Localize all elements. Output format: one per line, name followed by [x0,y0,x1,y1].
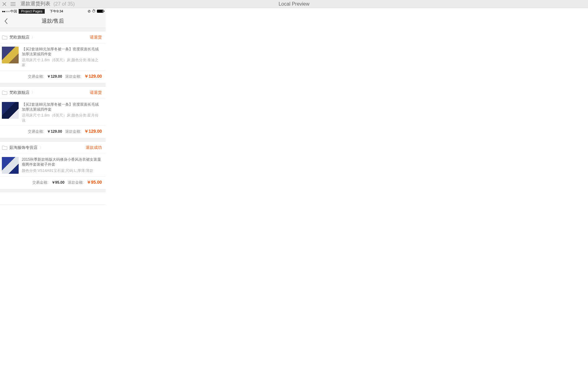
refund-status: 请退货 [90,35,102,40]
status-bar: ●●○○○ 中国 Project Pages 下午9:34 ⊘ ⏱ [0,8,106,14]
product-info: 【买2套送88元加厚冬被一条】密度双面长毛绒加厚法莱绒四件套适用床尺寸:1.8m… [22,47,102,68]
mobile-preview: ●●○○○ 中国 Project Pages 下午9:34 ⊘ ⏱ 退款/售后 … [0,8,106,205]
nav-bar: 退款/售后 [0,14,106,28]
page-title: 退款/售后 [42,17,64,25]
alarm-icon: ⏱ [92,9,96,13]
section-gap [0,28,106,31]
transaction-amount-value: ￥129.00 [47,129,62,134]
product-info: 【买2套送88元加厚冬被一条】密度双面长毛绒加厚法莱绒四件套适用床尺寸:1.8m… [22,102,102,123]
signal-icon: ●●○○○ [2,10,10,13]
hamburger-icon [11,2,16,6]
refund-amount-label: 退款金额: [65,129,81,134]
transaction-amount-label: 交易金额: [32,180,48,185]
status-time: 下午9:34 [50,9,63,14]
price-summary-row: 交易金额:￥129.00退款金额:￥129.00 [0,126,106,138]
chevron-right-icon: 〉 [31,35,35,40]
product-title: 【买2套送88元加厚冬被一条】密度双面长毛绒加厚法莱绒四件套 [22,47,102,57]
carrier-label: 中国 [10,9,17,14]
transaction-amount-label: 交易金额: [28,74,44,79]
menu-button[interactable] [9,0,17,8]
transaction-amount-value: ￥129.00 [47,74,62,79]
order-item-row[interactable]: 2015秋季新款韩版大码修身小香风连衣裙女装显瘦两件套装裙子外套颜色分类:VS1… [0,154,106,177]
close-button[interactable] [0,0,9,8]
product-spec: 颜色分类:VS14A91宝石蓝;尺码:L;厚薄:薄款 [22,168,102,173]
list-tail [0,192,106,205]
store-name: 梵欧旗舰店 [9,35,30,40]
store-row[interactable]: 茹淘服饰专营店〉退款成功 [0,142,106,154]
refund-order-list: 梵欧旗舰店〉请退货【买2套送88元加厚冬被一条】密度双面长毛绒加厚法莱绒四件套适… [0,31,106,189]
local-preview-label: Local Preview [279,1,310,7]
chevron-left-icon [4,18,8,24]
order-item-row[interactable]: 【买2套送88元加厚冬被一条】密度双面长毛绒加厚法莱绒四件套适用床尺寸:1.8m… [0,44,106,71]
store-folder-icon [2,90,7,95]
product-title: 【买2套送88元加厚冬被一条】密度双面长毛绒加厚法莱绒四件套 [22,102,102,112]
refund-amount-label: 退款金额: [68,180,84,185]
battery-icon [97,10,104,13]
product-thumbnail [2,102,19,119]
editor-page-title: 退款退货列表 [21,1,50,7]
lock-rotation-icon: ⊘ [88,9,91,13]
price-summary-row: 交易金额:￥129.00退款金额:￥129.00 [0,71,106,83]
product-spec: 适用床尺寸:1.8m（6英尺）床;颜色分类:星月传说 [22,113,102,123]
refund-order-card: 梵欧旗舰店〉请退货【买2套送88元加厚冬被一条】密度双面长毛绒加厚法莱绒四件套适… [0,31,106,83]
store-row[interactable]: 梵欧旗舰店〉请退货 [0,87,106,99]
refund-status: 请退货 [90,90,102,95]
product-info: 2015秋季新款韩版大码修身小香风连衣裙女装显瘦两件套装裙子外套颜色分类:VS1… [22,157,102,174]
store-name: 茹淘服饰专营店 [9,145,38,150]
chevron-right-icon: 〉 [31,90,35,95]
editor-page-counter: (27 of 35) [53,1,75,7]
store-row[interactable]: 梵欧旗舰店〉请退货 [0,31,106,44]
store-folder-icon [2,145,7,150]
close-icon [2,2,6,6]
product-thumbnail [2,47,19,63]
refund-amount-label: 退款金额: [65,74,81,79]
product-title: 2015秋季新款韩版大码修身小香风连衣裙女装显瘦两件套装裙子外套 [22,157,102,167]
store-name: 梵欧旗舰店 [9,90,30,95]
refund-status: 退款成功 [86,145,102,150]
refund-amount-value: ￥95.00 [87,180,102,185]
store-folder-icon [2,35,7,39]
refund-order-card: 茹淘服饰专营店〉退款成功2015秋季新款韩版大码修身小香风连衣裙女装显瘦两件套装… [0,141,106,189]
chevron-right-icon: 〉 [39,145,43,150]
back-button[interactable] [0,18,12,24]
price-summary-row: 交易金额:￥95.00退款金额:￥95.00 [0,177,106,189]
status-right-icons: ⊘ ⏱ [88,9,104,13]
refund-amount-value: ￥129.00 [84,129,102,134]
project-pages-badge: Project Pages [19,9,45,14]
transaction-amount-value: ￥95.00 [52,180,65,185]
editor-top-bar: 退款退货列表 (27 of 35) Local Preview [0,0,588,8]
product-thumbnail [2,157,19,174]
order-item-row[interactable]: 【买2套送88元加厚冬被一条】密度双面长毛绒加厚法莱绒四件套适用床尺寸:1.8m… [0,99,106,126]
product-spec: 适用床尺寸:1.8m（6英尺）床;颜色分类:泰迪之家 [22,58,102,67]
transaction-amount-label: 交易金额: [28,129,44,134]
refund-amount-value: ￥129.00 [84,74,102,79]
refund-order-card: 梵欧旗舰店〉请退货【买2套送88元加厚冬被一条】密度双面长毛绒加厚法莱绒四件套适… [0,86,106,139]
